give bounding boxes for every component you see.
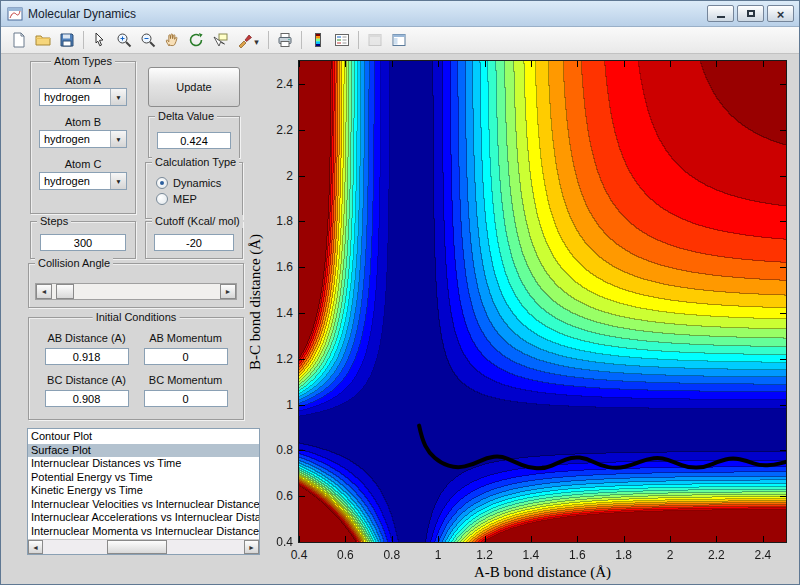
collision-angle-slider[interactable]	[35, 283, 237, 300]
x-tick-label: 2.4	[743, 548, 783, 562]
save-figure-icon[interactable]	[55, 29, 79, 51]
pes-canvas[interactable]	[299, 61, 786, 542]
radio-icon	[156, 177, 168, 189]
plot-type-listbox[interactable]: Contour PlotSurface PlotInternuclear Dis…	[27, 428, 260, 555]
listbox-item-internuclear-distances-vs-time[interactable]: Internuclear Distances vs Time	[28, 457, 259, 471]
calculation-type-options: DynamicsMEP	[146, 163, 242, 205]
print-figure-icon[interactable]	[273, 29, 297, 51]
atom-c-value: hydrogen	[40, 173, 110, 189]
listbox-hscrollbar[interactable]	[28, 539, 259, 554]
y-tick-label: 1.2	[253, 352, 293, 366]
y-tick-label: 0.8	[253, 443, 293, 457]
radio-icon	[156, 193, 168, 205]
toolbar-separator	[358, 31, 359, 49]
insert-colorbar-icon[interactable]	[306, 29, 330, 51]
dropdown-arrow-icon	[110, 89, 126, 105]
calculation-type-title: Calculation Type	[152, 156, 239, 169]
toolbar-separator	[83, 31, 84, 49]
minimize-button[interactable]	[707, 5, 734, 22]
ab-distance-a-input[interactable]	[45, 348, 129, 365]
slider-right-arrow[interactable]	[220, 284, 236, 299]
atom-c-dropdown[interactable]: hydrogen	[39, 172, 127, 190]
y-tick-label: 0.4	[253, 535, 293, 549]
delta-value-input[interactable]	[157, 132, 231, 149]
x-tick-label: 1.4	[511, 548, 551, 562]
listbox-item-internuclear-momenta-vs-internuclear-distance[interactable]: Internuclear Momenta vs Internuclear Dis…	[28, 525, 259, 539]
close-button[interactable]	[767, 5, 794, 22]
steps-title: Steps	[37, 215, 71, 228]
atom-types-title: Atom Types	[51, 55, 115, 68]
x-tick-label: 0.4	[279, 548, 319, 562]
atom-c-label: Atom C	[31, 158, 135, 171]
x-tick-label: 0.8	[372, 548, 412, 562]
initial-conditions-grid: AB Distance (A)AB MomentumBC Distance (A…	[29, 318, 243, 413]
radio-dynamics[interactable]: Dynamics	[156, 177, 242, 189]
toolbar-separator	[268, 31, 269, 49]
listbox-item-internuclear-accelerations-vs-internuclear-distance[interactable]: Internuclear Accelerations vs Internucle…	[28, 511, 259, 525]
radio-label: Dynamics	[173, 177, 221, 189]
brush-icon[interactable]	[232, 29, 264, 51]
listbox-items: Contour PlotSurface PlotInternuclear Dis…	[28, 429, 259, 539]
y-tick-label: 0.6	[253, 489, 293, 503]
slider-thumb[interactable]	[56, 284, 74, 299]
atom-b-value: hydrogen	[40, 131, 110, 147]
x-axis-label: A-B bond distance (Å)	[299, 564, 786, 581]
hscroll-left-arrow[interactable]	[28, 540, 43, 554]
slider-left-arrow[interactable]	[36, 284, 52, 299]
data-cursor-icon[interactable]	[208, 29, 232, 51]
atom-b-dropdown[interactable]: hydrogen	[39, 130, 127, 148]
y-tick-label: 1	[253, 398, 293, 412]
insert-legend-icon[interactable]	[330, 29, 354, 51]
ab-momentum-input[interactable]	[144, 348, 228, 365]
steps-panel: Steps	[30, 221, 136, 259]
ab-distance-a-label: AB Distance (A)	[37, 332, 136, 345]
maximize-button[interactable]	[737, 5, 764, 22]
show-plot-tools-icon[interactable]	[387, 29, 411, 51]
x-tick-label: 2	[650, 548, 690, 562]
dropdown-arrow-icon	[110, 131, 126, 147]
bc-distance-a-input[interactable]	[45, 390, 129, 407]
cutoff-panel: Cutoff (Kcal/ mol)	[145, 221, 243, 259]
x-tick-label: 1.6	[557, 548, 597, 562]
y-tick-label: 2.2	[253, 123, 293, 137]
zoom-in-icon[interactable]	[112, 29, 136, 51]
toolbar-separator	[301, 31, 302, 49]
figure-toolbar	[1, 27, 799, 54]
atom-types-panel: Atom Types Atom AhydrogenAtom BhydrogenA…	[30, 61, 136, 214]
bc-momentum-input[interactable]	[144, 390, 228, 407]
listbox-item-potential-energy-vs-time[interactable]: Potential Energy vs Time	[28, 471, 259, 485]
hide-plot-tools-icon	[363, 29, 387, 51]
update-button[interactable]: Update	[148, 67, 240, 107]
calculation-type-panel: Calculation Type DynamicsMEP	[145, 162, 243, 219]
radio-mep[interactable]: MEP	[156, 193, 242, 205]
atom-a-dropdown[interactable]: hydrogen	[39, 88, 127, 106]
y-tick-label: 2	[253, 169, 293, 183]
window-controls	[707, 5, 794, 22]
ab-momentum-label: AB Momentum	[136, 332, 235, 345]
y-tick-label: 1.6	[253, 260, 293, 274]
pan-icon[interactable]	[160, 29, 184, 51]
figure-icon	[7, 6, 23, 22]
atom-types-fields: Atom AhydrogenAtom BhydrogenAtom Chydrog…	[31, 62, 135, 200]
steps-input[interactable]	[40, 234, 126, 251]
new-figure-icon[interactable]	[7, 29, 31, 51]
edit-plot-icon[interactable]	[88, 29, 112, 51]
window-title: Molecular Dynamics	[28, 7, 707, 21]
listbox-item-surface-plot[interactable]: Surface Plot	[28, 444, 259, 458]
listbox-item-internuclear-velocities-vs-internuclear-distance[interactable]: Internuclear Velocities vs Internuclear …	[28, 498, 259, 512]
listbox-item-contour-plot[interactable]: Contour Plot	[28, 430, 259, 444]
zoom-out-icon[interactable]	[136, 29, 160, 51]
collision-angle-title: Collision Angle	[35, 257, 113, 270]
listbox-item-kinetic-energy-vs-time[interactable]: Kinetic Energy vs Time	[28, 484, 259, 498]
bc-momentum-label: BC Momentum	[136, 374, 235, 387]
titlebar: Molecular Dynamics	[1, 1, 799, 27]
cutoff-input[interactable]	[154, 234, 234, 251]
open-file-icon[interactable]	[31, 29, 55, 51]
y-tick-label: 1.8	[253, 214, 293, 228]
delta-value-panel: Delta Value	[148, 116, 240, 158]
molecular-dynamics-window: Molecular Dynamics Atom Types Atom Ahydr…	[0, 0, 800, 585]
delta-value-title: Delta Value	[155, 110, 217, 123]
rotate-3d-icon[interactable]	[184, 29, 208, 51]
y-tick-label: 2.4	[253, 77, 293, 91]
hscroll-thumb[interactable]	[107, 540, 167, 554]
